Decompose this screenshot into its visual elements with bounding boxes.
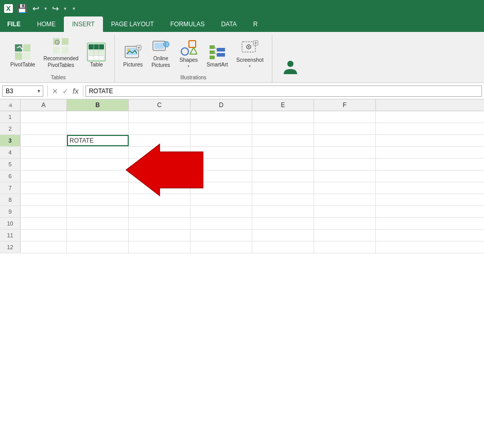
cell-e6[interactable] [252, 170, 314, 182]
cell-c2[interactable] [129, 123, 191, 134]
cell-c6[interactable] [129, 170, 191, 182]
cell-f4[interactable] [314, 147, 376, 158]
cell-d2[interactable] [191, 123, 252, 134]
online-pictures-button[interactable]: OnlinePictures [148, 35, 174, 70]
table-button[interactable]: Table [83, 41, 109, 70]
formula-input[interactable] [85, 85, 482, 97]
cell-b3[interactable]: ROTATE [67, 135, 129, 146]
cell-d5[interactable] [191, 159, 252, 170]
cell-f5[interactable] [314, 159, 376, 170]
col-header-f[interactable]: F [314, 99, 376, 111]
cell-c5[interactable] [129, 159, 191, 170]
cell-b12[interactable] [67, 242, 129, 253]
cell-f6[interactable] [314, 170, 376, 182]
save-icon[interactable]: 💾 [17, 4, 27, 13]
pivottable-button[interactable]: PivotTable [7, 41, 38, 70]
cell-d11[interactable] [191, 230, 252, 241]
cell-e12[interactable] [252, 242, 314, 253]
cell-a10[interactable] [21, 218, 67, 229]
tab-review[interactable]: R [245, 16, 266, 32]
cell-a3[interactable] [21, 135, 67, 146]
cell-e2[interactable] [252, 123, 314, 134]
cell-f8[interactable] [314, 194, 376, 205]
cell-f1[interactable] [314, 111, 376, 123]
cell-e10[interactable] [252, 218, 314, 229]
cell-c9[interactable] [129, 206, 191, 217]
col-header-e[interactable]: E [252, 99, 314, 111]
cell-b8[interactable] [67, 194, 129, 205]
smartart-button[interactable]: SmartArt [203, 41, 231, 70]
cell-f9[interactable] [314, 206, 376, 217]
cell-d9[interactable] [191, 206, 252, 217]
cell-e3[interactable] [252, 135, 314, 146]
undo-icon[interactable]: ↩ [32, 4, 39, 13]
shapes-dropdown[interactable]: ▾ [187, 64, 189, 68]
cell-d8[interactable] [191, 194, 252, 205]
cell-a5[interactable] [21, 159, 67, 170]
cell-a7[interactable] [21, 182, 67, 194]
screenshot-button[interactable]: Screenshot ▾ [233, 37, 267, 70]
cell-c3[interactable] [129, 135, 191, 146]
tab-page-layout[interactable]: PAGE LAYOUT [103, 16, 162, 32]
cell-b11[interactable] [67, 230, 129, 241]
shapes-button[interactable]: Shapes ▾ [176, 37, 201, 70]
cell-c8[interactable] [129, 194, 191, 205]
tab-formulas[interactable]: FORMULAS [162, 16, 213, 32]
redo-dropdown[interactable]: ▾ [64, 6, 66, 11]
cell-b6[interactable] [67, 170, 129, 182]
cell-b9[interactable] [67, 206, 129, 217]
cell-a2[interactable] [21, 123, 67, 134]
cell-a12[interactable] [21, 242, 67, 253]
redo-icon[interactable]: ↪ [52, 4, 59, 13]
cell-c7[interactable] [129, 182, 191, 194]
cell-f2[interactable] [314, 123, 376, 134]
cell-a9[interactable] [21, 206, 67, 217]
cell-d4[interactable] [191, 147, 252, 158]
account-button[interactable] [278, 57, 303, 78]
cell-a1[interactable] [21, 111, 67, 123]
cell-e4[interactable] [252, 147, 314, 158]
tab-home[interactable]: HOME [29, 16, 64, 32]
cell-e11[interactable] [252, 230, 314, 241]
cell-a6[interactable] [21, 170, 67, 182]
cell-c10[interactable] [129, 218, 191, 229]
cell-f7[interactable] [314, 182, 376, 194]
confirm-formula-icon[interactable]: ✓ [62, 87, 68, 95]
pictures-button[interactable]: Pictures [120, 41, 146, 70]
cell-d7[interactable] [191, 182, 252, 194]
cell-e9[interactable] [252, 206, 314, 217]
cell-b2[interactable] [67, 123, 129, 134]
cell-d10[interactable] [191, 218, 252, 229]
cell-a11[interactable] [21, 230, 67, 241]
col-header-d[interactable]: D [191, 99, 252, 111]
undo-dropdown[interactable]: ▾ [44, 6, 47, 11]
cell-d12[interactable] [191, 242, 252, 253]
cell-b10[interactable] [67, 218, 129, 229]
recommended-pivottables-button[interactable]: ? RecommendedPivotTables [40, 35, 81, 70]
customize-qat[interactable]: ▾ [73, 6, 75, 11]
cell-e8[interactable] [252, 194, 314, 205]
cell-d3[interactable] [191, 135, 252, 146]
cell-c4[interactable] [129, 147, 191, 158]
cell-f10[interactable] [314, 218, 376, 229]
col-header-b[interactable]: B [67, 99, 129, 111]
col-header-a[interactable]: A [21, 99, 67, 111]
cell-b7[interactable] [67, 182, 129, 194]
cell-a8[interactable] [21, 194, 67, 205]
cell-b4[interactable] [67, 147, 129, 158]
cell-e5[interactable] [252, 159, 314, 170]
screenshot-dropdown[interactable]: ▾ [249, 64, 251, 68]
cell-ref-dropdown-icon[interactable]: ▼ [37, 89, 41, 94]
cell-c11[interactable] [129, 230, 191, 241]
cell-f3[interactable] [314, 135, 376, 146]
cell-b1[interactable] [67, 111, 129, 123]
tab-data[interactable]: DATA [213, 16, 245, 32]
cell-f11[interactable] [314, 230, 376, 241]
cell-e1[interactable] [252, 111, 314, 123]
cell-d1[interactable] [191, 111, 252, 123]
col-header-c[interactable]: C [129, 99, 191, 111]
cell-c1[interactable] [129, 111, 191, 123]
cell-b5[interactable] [67, 159, 129, 170]
tab-insert[interactable]: INSERT [64, 16, 103, 32]
cell-reference-box[interactable]: B3 ▼ [2, 85, 43, 97]
